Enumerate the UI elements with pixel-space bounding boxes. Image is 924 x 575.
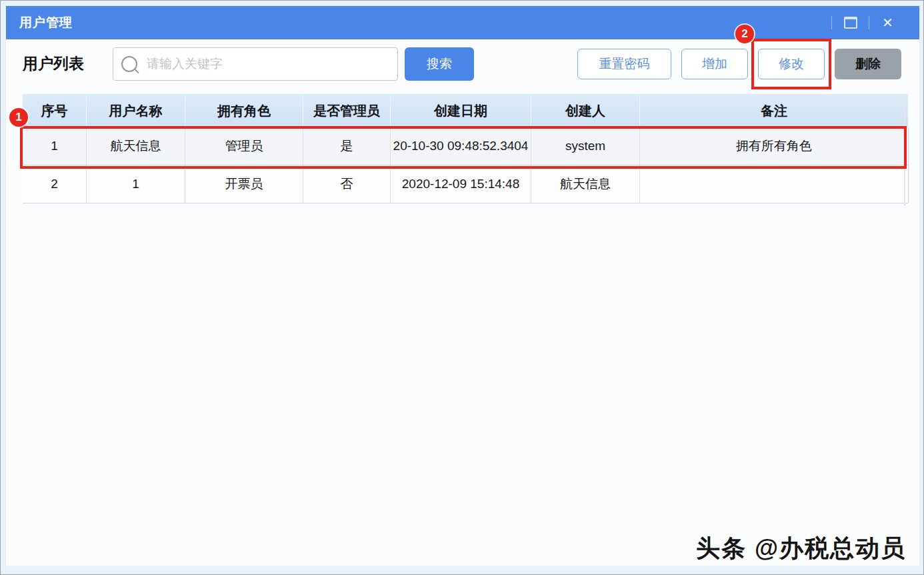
column-header: 是否管理员 [303,94,391,127]
close-icon: ✕ [882,16,893,29]
modify-button[interactable]: 修改 [758,49,825,79]
search-box [113,47,398,81]
table-cell[interactable]: 是 [303,127,391,165]
column-header: 创建日期 [391,94,531,127]
watermark: 头条 @办税总动员 [696,532,906,565]
maximize-button[interactable] [832,6,869,39]
maximize-icon [844,17,857,29]
table-cell[interactable]: 20-10-30 09:48:52.3404 [391,127,531,165]
close-button[interactable]: ✕ [869,6,906,39]
column-header: 创建人 [531,94,640,127]
table-cell[interactable]: 1 [87,165,185,203]
table-row[interactable]: 21开票员否2020-12-09 15:14:48航天信息 [23,165,908,203]
titlebar: 用户管理 ✕ [6,6,919,39]
table-row[interactable]: 1航天信息管理员是20-10-30 09:48:52.3404system拥有所… [23,127,908,165]
column-header: 序号 [23,94,87,127]
table-cell[interactable]: 航天信息 [87,127,185,165]
window-controls: ✕ [831,6,906,39]
annotation-badge-2: 2 [735,25,754,43]
column-header: 备注 [640,94,909,127]
table-cell[interactable]: 2 [23,165,87,203]
table-cell[interactable]: 航天信息 [531,165,640,203]
table-cell[interactable]: 拥有所有角色 [640,127,909,165]
column-header: 用户名称 [87,94,185,127]
table-header: 序号用户名称拥有角色是否管理员创建日期创建人备注 [23,94,908,127]
search-icon [121,56,137,72]
window-frame: 用户管理 ✕ 用户列表 搜索 重置密码 增加 修改 删除 序号用户名称拥有角色是… [0,0,924,575]
table-cell[interactable]: 2020-12-09 15:14:48 [391,165,531,203]
add-button[interactable]: 增加 [681,49,748,79]
search-button[interactable]: 搜索 [405,47,474,81]
user-table: 序号用户名称拥有角色是否管理员创建日期创建人备注 1航天信息管理员是20-10-… [23,94,909,203]
table-cell[interactable]: 否 [303,165,391,203]
window-title: 用户管理 [19,14,73,31]
table-cell[interactable]: 1 [23,127,87,165]
page-title: 用户列表 [23,53,84,74]
annotation-badge-1: 1 [9,108,28,127]
search-input[interactable] [145,56,389,72]
table-cell[interactable]: system [531,127,640,165]
table-cell[interactable] [640,165,909,203]
table-cell[interactable]: 开票员 [185,165,303,203]
column-header: 拥有角色 [185,94,303,127]
table-cell[interactable]: 管理员 [185,127,303,165]
reset-password-button[interactable]: 重置密码 [577,49,671,79]
delete-button[interactable]: 删除 [835,49,901,79]
table-right-edge [904,94,905,205]
